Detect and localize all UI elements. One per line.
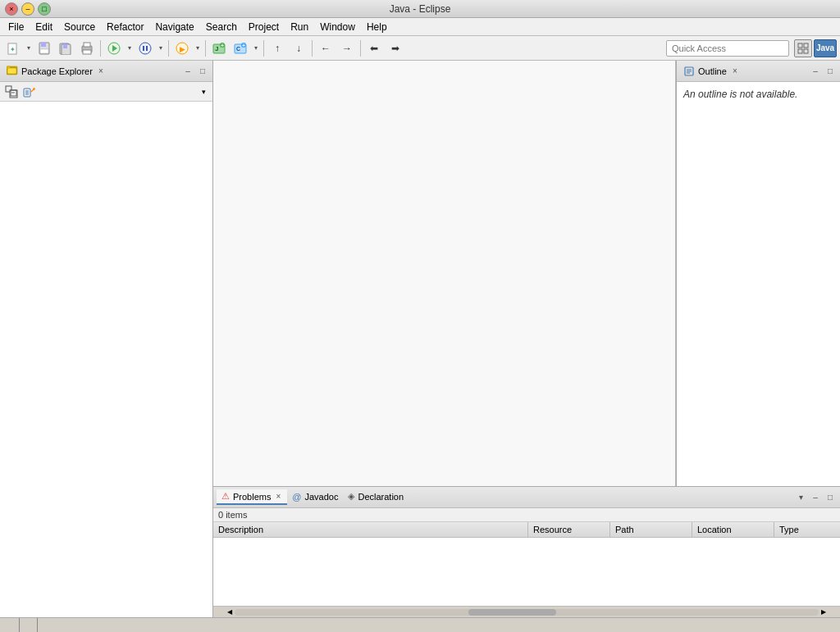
- package-explorer-tab[interactable]: Package Explorer ×: [3, 62, 109, 80]
- new-button[interactable]: ✦: [3, 39, 23, 58]
- perspective-label: Java: [816, 43, 834, 52]
- h-scrollbar[interactable]: ◀ ▶: [213, 606, 840, 617]
- outline-content: An outline is not available.: [677, 82, 840, 486]
- outline-tab-icon: [683, 66, 695, 77]
- menu-bar: File Edit Source Refactor Navigate Searc…: [0, 18, 840, 36]
- problems-header: ⚠ Problems × @ Javadoc ◈ Declaration ▾ –…: [213, 487, 840, 508]
- svg-text:C: C: [236, 46, 240, 52]
- menu-file[interactable]: File: [3, 20, 29, 34]
- collapse-all-button[interactable]: [3, 84, 20, 100]
- package-explorer-minimize-btn[interactable]: –: [181, 65, 194, 78]
- problems-status: 0 items: [213, 508, 840, 522]
- outline-minimize-btn[interactable]: –: [809, 65, 822, 78]
- svg-rect-17: [146, 46, 148, 51]
- menu-project[interactable]: Project: [244, 20, 284, 34]
- toolbar-sep-6: [360, 40, 361, 57]
- package-explorer-tab-icon: [7, 64, 18, 78]
- outline-header: Outline × – □: [677, 61, 840, 82]
- link-with-editor-button[interactable]: [21, 84, 38, 100]
- coverage-dropdown[interactable]: ▾: [194, 39, 202, 58]
- svg-point-15: [139, 43, 151, 54]
- back-button[interactable]: ⬅: [364, 39, 384, 58]
- debug-button[interactable]: [135, 39, 155, 58]
- problems-maximize-btn[interactable]: □: [824, 491, 837, 504]
- menu-edit[interactable]: Edit: [30, 20, 57, 34]
- package-explorer-close-btn[interactable]: ×: [96, 66, 106, 76]
- open-perspective-button[interactable]: [794, 39, 812, 57]
- debug-dropdown[interactable]: ▾: [157, 39, 165, 58]
- col-path-header[interactable]: Path: [610, 522, 692, 537]
- menu-window[interactable]: Window: [315, 20, 360, 34]
- menu-refactor[interactable]: Refactor: [102, 20, 148, 34]
- menu-run[interactable]: Run: [285, 20, 313, 34]
- menu-source[interactable]: Source: [59, 20, 100, 34]
- package-explorer-view-menu[interactable]: ▾: [198, 85, 209, 98]
- outline-maximize-btn[interactable]: □: [824, 65, 837, 78]
- h-scroll-thumb[interactable]: [468, 609, 556, 616]
- h-scroll-track[interactable]: [235, 609, 819, 616]
- minimize-btn[interactable]: –: [21, 2, 34, 16]
- forward-button[interactable]: ➡: [386, 39, 405, 58]
- center-right-area: Outline × – □ An outline is not availabl…: [213, 61, 840, 617]
- new-dropdown[interactable]: ▾: [25, 39, 33, 58]
- svg-rect-9: [63, 44, 67, 48]
- print-button[interactable]: [77, 39, 97, 58]
- svg-rect-31: [804, 49, 808, 53]
- outline-message: An outline is not available.: [677, 82, 840, 107]
- problems-controls: ▾ – □: [794, 491, 837, 504]
- javadoc-icon: @: [292, 492, 301, 502]
- outline-tab[interactable]: Outline ×: [680, 64, 743, 79]
- prev-annotation[interactable]: ↑: [267, 39, 287, 58]
- toolbar-sep-5: [312, 40, 313, 57]
- new-class-button[interactable]: C +: [231, 39, 250, 58]
- svg-text:+: +: [242, 43, 245, 48]
- problems-dropdown-btn[interactable]: ▾: [794, 491, 807, 504]
- run-last-button[interactable]: [104, 39, 124, 58]
- maximize-btn[interactable]: □: [38, 2, 51, 16]
- declaration-icon: ◈: [348, 491, 354, 502]
- svg-text:✦: ✦: [10, 46, 16, 53]
- problems-minimize-btn[interactable]: –: [809, 491, 822, 504]
- new-java-button[interactable]: J +: [209, 39, 229, 58]
- run-dropdown[interactable]: ▾: [126, 39, 134, 58]
- toolbar-sep-4: [263, 40, 264, 57]
- h-scroll-right[interactable]: ▶: [819, 607, 829, 617]
- save-button[interactable]: [34, 39, 54, 58]
- status-divider-1: [3, 618, 20, 632]
- declaration-tab-label: Declaration: [358, 492, 404, 502]
- svg-rect-16: [143, 46, 144, 51]
- save-all-button[interactable]: [56, 39, 75, 58]
- close-btn[interactable]: ×: [5, 2, 18, 16]
- col-type-header[interactable]: Type: [774, 522, 840, 537]
- java-perspective-button[interactable]: Java: [814, 39, 837, 57]
- editor-area[interactable]: [213, 61, 676, 486]
- coverage-button[interactable]: ▶: [172, 39, 192, 58]
- title-bar: × – □ Java - Eclipse: [0, 0, 840, 18]
- window-title: Java - Eclipse: [390, 3, 451, 15]
- menu-search[interactable]: Search: [201, 20, 242, 34]
- package-explorer-tab-label: Package Explorer: [21, 66, 93, 76]
- svg-rect-5: [40, 49, 48, 53]
- next-annotation[interactable]: ↓: [289, 39, 308, 58]
- next-edit[interactable]: →: [337, 39, 357, 58]
- col-resource-header[interactable]: Resource: [528, 522, 610, 537]
- package-explorer-maximize-btn[interactable]: □: [196, 65, 209, 78]
- menu-help[interactable]: Help: [362, 20, 392, 34]
- svg-rect-11: [84, 43, 90, 47]
- outline-close-btn[interactable]: ×: [730, 66, 740, 76]
- title-bar-left: × – □: [5, 2, 51, 16]
- problems-tab-close[interactable]: ×: [274, 491, 282, 502]
- col-description-header[interactable]: Description: [213, 522, 528, 537]
- quick-access-input[interactable]: [666, 40, 789, 57]
- javadoc-tab-label: Javadoc: [304, 492, 338, 502]
- new-class-dropdown[interactable]: ▾: [252, 39, 260, 58]
- problems-tab-label: Problems: [233, 492, 271, 502]
- javadoc-tab[interactable]: @ Javadoc: [287, 490, 343, 505]
- h-scroll-left[interactable]: ◀: [225, 607, 235, 617]
- prev-edit[interactable]: ←: [316, 39, 336, 58]
- toolbar-sep-1: [100, 40, 101, 57]
- col-location-header[interactable]: Location: [692, 522, 774, 537]
- problems-tab[interactable]: ⚠ Problems ×: [217, 489, 287, 505]
- declaration-tab[interactable]: ◈ Declaration: [343, 489, 409, 505]
- menu-navigate[interactable]: Navigate: [150, 20, 199, 34]
